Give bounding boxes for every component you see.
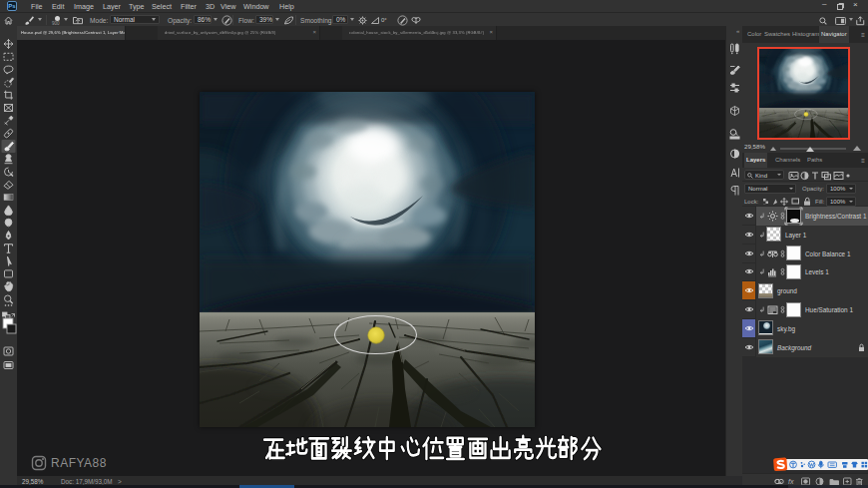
svg-text:«: « — [736, 28, 740, 34]
svg-text:fx: fx — [788, 478, 794, 485]
